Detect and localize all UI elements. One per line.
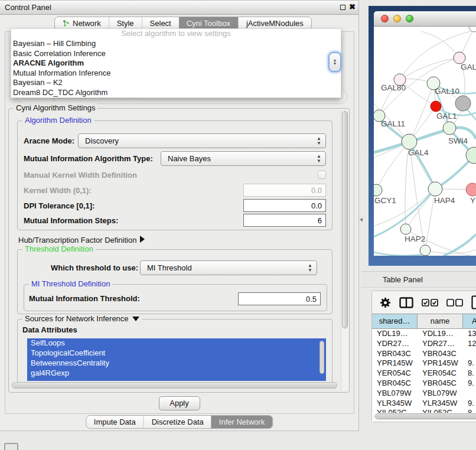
tab-jactivemnodules[interactable]: jActiveMNodules xyxy=(238,17,311,30)
cell[interactable]: YPR145W xyxy=(372,358,418,369)
table-row[interactable]: YDR27… YDR27… 12 xyxy=(372,339,476,349)
cell[interactable]: YDL19… xyxy=(418,329,463,339)
minimized-panel-tab[interactable] xyxy=(4,443,18,450)
cell[interactable]: YBR045C xyxy=(418,379,463,389)
cell[interactable]: 9. xyxy=(463,358,476,369)
table-row[interactable]: YBR045C YBR045C 9. xyxy=(372,379,476,389)
table-row[interactable]: YPR145W YPR145W 9. xyxy=(372,358,476,369)
node-gcy1[interactable] xyxy=(374,184,382,196)
cell[interactable]: YER054C xyxy=(372,369,418,379)
node-hap2[interactable] xyxy=(400,224,411,234)
network-canvas[interactable]: GAL GAL80 GAL10 GAL11 GAL1 SWI4 GAL4 GCY… xyxy=(374,27,476,256)
vscroll-thumb[interactable] xyxy=(342,111,348,328)
algorithm-combo-focus-cap[interactable]: ▲ ▼ xyxy=(328,52,341,72)
network-window-titlebar[interactable] xyxy=(374,11,476,27)
cell[interactable] xyxy=(463,389,476,399)
table-row[interactable]: YLR345W YLR345W 9. xyxy=(372,399,476,409)
cell[interactable]: YBR043C xyxy=(418,349,463,359)
attributes-scrollbar[interactable] xyxy=(319,341,324,374)
cell[interactable]: YLR345W xyxy=(418,399,463,409)
cell[interactable]: YBR043C xyxy=(372,349,418,359)
attribute-item[interactable]: TopologicalCoefficient xyxy=(27,348,326,358)
table-horizontal-scrollbar[interactable] xyxy=(373,413,476,420)
table-hscroll-thumb[interactable] xyxy=(375,413,476,419)
node-red-selected[interactable] xyxy=(431,101,441,112)
aracne-mode-combo[interactable]: Discovery ▲▼ xyxy=(78,133,326,148)
dropdown-item[interactable]: Dream8 DC_TDC Algorithm xyxy=(11,88,341,98)
node-bottom-partial[interactable] xyxy=(420,245,431,256)
cell[interactable]: 8. xyxy=(463,369,476,379)
node-gal1[interactable] xyxy=(443,122,456,135)
control-panel-titlebar: Control Panel ✖ xyxy=(0,1,358,15)
cell[interactable]: 9. xyxy=(463,379,476,389)
node-hap4[interactable] xyxy=(428,182,442,196)
dropdown-item-selected[interactable]: ARACNE Algorithm xyxy=(11,58,341,69)
tab-network[interactable]: Network xyxy=(55,17,109,30)
node-label: HAP2 xyxy=(405,234,425,243)
hub-section-toggle[interactable]: Hub/Transcription Factor Definition xyxy=(18,236,145,244)
cell[interactable]: YBR045C xyxy=(372,379,418,389)
column-header-shared-name[interactable]: shared… xyxy=(372,314,418,328)
dropdown-item[interactable]: Bayesian – K2 xyxy=(11,78,341,88)
tab-discretize-data[interactable]: Discretize Data xyxy=(144,416,211,428)
collapse-down-icon[interactable] xyxy=(132,317,139,321)
cell[interactable]: YPR145W xyxy=(418,358,463,369)
column-header-partial[interactable]: A xyxy=(463,314,476,328)
split-columns-icon[interactable] xyxy=(399,297,413,308)
tab-select[interactable]: Select xyxy=(142,17,179,30)
cell[interactable]: YBL079W xyxy=(372,389,418,399)
mi-steps-field[interactable] xyxy=(243,214,326,227)
tab-infer-network[interactable]: Infer Network xyxy=(211,416,272,428)
cell[interactable]: YLR345W xyxy=(372,399,418,409)
attribute-item[interactable]: gal4RGexp xyxy=(27,369,326,379)
table-row[interactable]: YBL079W YBL079W xyxy=(372,389,476,399)
minimize-traffic-light-icon[interactable] xyxy=(393,15,401,22)
cell[interactable]: 13 xyxy=(463,329,476,339)
cell[interactable]: YER054C xyxy=(418,369,463,379)
hscroll-thumb[interactable] xyxy=(12,382,337,389)
gear-icon[interactable] xyxy=(380,297,391,308)
cell[interactable]: YDR27… xyxy=(418,339,463,349)
tab-style[interactable]: Style xyxy=(109,17,142,30)
table-row[interactable]: YBR043C YBR043C xyxy=(372,349,476,359)
node-gray[interactable] xyxy=(455,96,471,111)
which-threshold-combo[interactable]: MI Threshold ▲▼ xyxy=(140,260,317,275)
cell[interactable]: YDR27… xyxy=(372,339,418,349)
column-header-name[interactable]: name xyxy=(418,314,463,328)
settings-vertical-scrollbar[interactable] xyxy=(341,110,348,391)
node-salmon[interactable] xyxy=(466,183,476,196)
attribute-item[interactable]: BetweennessCentrality xyxy=(27,358,326,369)
new-table-icon[interactable] xyxy=(471,295,476,309)
deselect-all-icon[interactable] xyxy=(446,299,463,306)
zoom-traffic-light-icon[interactable] xyxy=(406,15,413,22)
table-row[interactable]: YER054C YER054C 8. xyxy=(372,369,476,379)
cell[interactable]: 9. xyxy=(463,399,476,409)
tab-impute-data[interactable]: Impute Data xyxy=(86,416,144,428)
close-traffic-light-icon[interactable] xyxy=(381,15,389,22)
dropdown-item[interactable]: Basic Correlation Inference xyxy=(11,49,341,59)
float-panel-icon[interactable] xyxy=(340,5,345,10)
kernel-width-field[interactable] xyxy=(243,184,326,197)
cell[interactable]: 12 xyxy=(463,339,476,349)
data-attributes-list[interactable]: SelfLoops TopologicalCoefficient Between… xyxy=(27,338,326,381)
tab-cyni-toolbox[interactable]: Cyni Toolbox xyxy=(179,17,238,30)
dropdown-item[interactable]: Bayesian – Hill Climbing xyxy=(11,39,341,49)
table-row[interactable]: YDL19… YDL19… 13 xyxy=(372,329,476,339)
attribute-item[interactable]: SelfLoops xyxy=(27,338,326,348)
mi-threshold-field[interactable] xyxy=(238,292,321,305)
node-gal7[interactable] xyxy=(454,52,465,64)
manual-kernel-checkbox[interactable] xyxy=(318,171,326,179)
cell[interactable]: YBL079W xyxy=(418,389,463,399)
dpi-tolerance-field[interactable] xyxy=(243,199,326,212)
expand-right-icon[interactable] xyxy=(140,236,145,243)
select-all-icon[interactable] xyxy=(422,299,438,306)
mi-type-combo[interactable]: Naive Bayes ▲▼ xyxy=(161,151,326,166)
dropdown-item[interactable]: Mutual Information Inference xyxy=(11,69,341,79)
cell[interactable] xyxy=(463,349,476,359)
node-gal4[interactable] xyxy=(402,134,417,149)
close-panel-icon[interactable]: ✖ xyxy=(349,2,356,11)
apply-button[interactable]: Apply xyxy=(159,396,200,410)
cell[interactable]: YDL19… xyxy=(372,329,418,339)
combo-stepper-icon: ▲▼ xyxy=(308,263,312,273)
settings-horizontal-scrollbar[interactable] xyxy=(11,381,338,390)
